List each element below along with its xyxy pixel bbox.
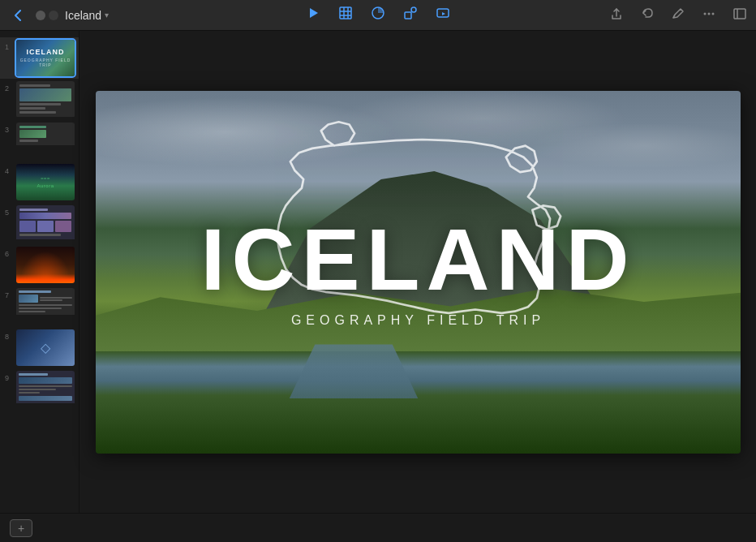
more-button[interactable] [699,6,719,24]
slide-thumb-7 [16,288,75,325]
svg-rect-15 [734,9,745,19]
toolbar-center [303,6,453,24]
svg-point-12 [704,12,707,15]
slide-item-8[interactable]: 8 ◇ [0,327,79,368]
slide-thumb-5 [16,205,75,242]
toolbar-right [607,6,750,24]
slide-number-7: 7 [5,291,13,299]
svg-point-14 [712,12,715,15]
slide-number-2: 2 [5,84,13,92]
slide-thumb-8: ◇ [16,329,75,366]
share-button[interactable] [607,6,626,24]
doc-title-chevron: ▾ [105,11,109,19]
doc-title-text: Iceland [65,9,101,22]
window-controls [36,11,58,20]
window-control-2[interactable] [49,11,58,20]
bottom-bar: + [0,513,756,542]
slide-item-3[interactable]: 3 [0,120,79,161]
slide-subtitle: GEOGRAPHY FIELD TRIP [291,313,545,328]
format-button[interactable] [730,6,750,24]
canvas-area[interactable]: ICELAND GEOGRAPHY FIELD TRIP [79,31,756,513]
svg-point-13 [708,12,711,15]
svg-point-8 [411,7,416,12]
undo-button[interactable] [638,6,657,24]
slide-thumb-6 [16,247,75,283]
slide-text-overlay: ICELAND GEOGRAPHY FIELD TRIP [96,91,741,454]
slide-thumb-2 [16,81,75,118]
document-title[interactable]: Iceland ▾ [65,9,109,22]
main-slide[interactable]: ICELAND GEOGRAPHY FIELD TRIP [96,91,741,454]
add-slide-button[interactable]: + [10,519,32,537]
slide-item-2[interactable]: 2 [0,79,79,120]
svg-marker-0 [310,8,318,18]
back-button[interactable] [6,4,29,27]
main-content: 1 ICELAND GEOGRAPHY FIELD TRIP 2 [0,31,756,513]
chart-button[interactable] [368,6,388,24]
add-slide-icon: + [18,522,24,535]
slide-number-6: 6 [5,250,13,258]
slide-thumb-9 [16,371,75,407]
slide-item-9[interactable]: 9 [0,368,79,410]
shapes-button[interactable] [401,6,420,24]
slide-number-5: 5 [5,209,13,217]
window-control-1[interactable] [36,11,45,20]
slide-number-9: 9 [5,374,13,382]
svg-marker-11 [442,12,445,15]
slide-item-1[interactable]: 1 ICELAND GEOGRAPHY FIELD TRIP [0,37,79,79]
slide-main-title: ICELAND [201,216,636,303]
play-button[interactable] [303,6,323,24]
pencil-button[interactable] [668,6,688,24]
slide-item-7[interactable]: 7 [0,286,79,327]
slide-thumb-1: ICELAND GEOGRAPHY FIELD TRIP [16,40,75,76]
slide-panel: 1 ICELAND GEOGRAPHY FIELD TRIP 2 [0,31,79,513]
slide-item-4[interactable]: 4 ≈≈≈Aurora [0,161,79,203]
slide-thumb-4: ≈≈≈Aurora [16,164,75,200]
slide-item-5[interactable]: 5 [0,203,79,244]
media-button[interactable] [433,6,453,24]
slide-number-8: 8 [5,333,13,341]
slide-number-3: 3 [5,126,13,134]
toolbar: Iceland ▾ [0,0,756,31]
slide-item-6[interactable]: 6 [0,244,79,286]
svg-rect-1 [340,7,351,19]
table-button[interactable] [336,6,355,24]
slide-thumb-3 [16,123,75,159]
slide-number-1: 1 [5,43,13,51]
svg-rect-7 [405,12,411,19]
slide-number-4: 4 [5,167,13,175]
